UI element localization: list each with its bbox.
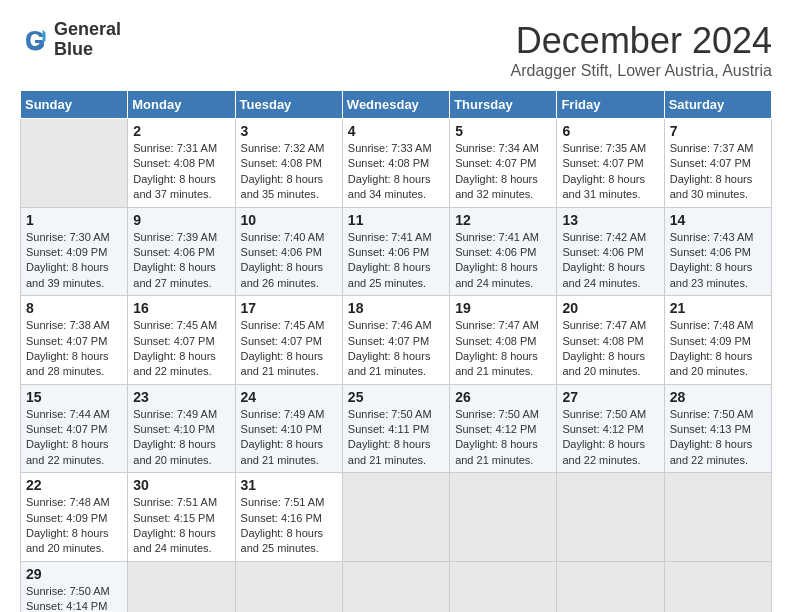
day-number: 4 <box>348 123 444 139</box>
calendar-cell: 25Sunrise: 7:50 AMSunset: 4:11 PMDayligh… <box>342 384 449 473</box>
day-info: Sunrise: 7:50 AMSunset: 4:12 PMDaylight:… <box>455 407 551 469</box>
calendar-cell <box>342 561 449 612</box>
calendar-cell: 1Sunrise: 7:30 AMSunset: 4:09 PMDaylight… <box>21 207 128 296</box>
calendar-cell: 8Sunrise: 7:38 AMSunset: 4:07 PMDaylight… <box>21 296 128 385</box>
day-info: Sunrise: 7:51 AMSunset: 4:15 PMDaylight:… <box>133 495 229 557</box>
day-info: Sunrise: 7:37 AMSunset: 4:07 PMDaylight:… <box>670 141 766 203</box>
page-header: General Blue December 2024 Ardagger Stif… <box>20 20 772 80</box>
day-info: Sunrise: 7:51 AMSunset: 4:16 PMDaylight:… <box>241 495 337 557</box>
day-info: Sunrise: 7:50 AMSunset: 4:12 PMDaylight:… <box>562 407 658 469</box>
day-info: Sunrise: 7:43 AMSunset: 4:06 PMDaylight:… <box>670 230 766 292</box>
day-number: 14 <box>670 212 766 228</box>
day-number: 13 <box>562 212 658 228</box>
day-number: 26 <box>455 389 551 405</box>
calendar-cell <box>128 561 235 612</box>
month-title: December 2024 <box>511 20 772 62</box>
calendar-cell: 6Sunrise: 7:35 AMSunset: 4:07 PMDaylight… <box>557 119 664 208</box>
day-number: 22 <box>26 477 122 493</box>
calendar-cell: 29Sunrise: 7:50 AMSunset: 4:14 PMDayligh… <box>21 561 128 612</box>
logo: General Blue <box>20 20 121 60</box>
weekday-header: Monday <box>128 91 235 119</box>
day-info: Sunrise: 7:46 AMSunset: 4:07 PMDaylight:… <box>348 318 444 380</box>
logo-line1: General <box>54 20 121 40</box>
weekday-header: Saturday <box>664 91 771 119</box>
day-info: Sunrise: 7:31 AMSunset: 4:08 PMDaylight:… <box>133 141 229 203</box>
day-info: Sunrise: 7:39 AMSunset: 4:06 PMDaylight:… <box>133 230 229 292</box>
day-number: 3 <box>241 123 337 139</box>
day-info: Sunrise: 7:44 AMSunset: 4:07 PMDaylight:… <box>26 407 122 469</box>
day-info: Sunrise: 7:32 AMSunset: 4:08 PMDaylight:… <box>241 141 337 203</box>
calendar-cell: 23Sunrise: 7:49 AMSunset: 4:10 PMDayligh… <box>128 384 235 473</box>
day-number: 15 <box>26 389 122 405</box>
day-info: Sunrise: 7:48 AMSunset: 4:09 PMDaylight:… <box>26 495 122 557</box>
calendar-week-row: 8Sunrise: 7:38 AMSunset: 4:07 PMDaylight… <box>21 296 772 385</box>
day-info: Sunrise: 7:45 AMSunset: 4:07 PMDaylight:… <box>133 318 229 380</box>
calendar-cell: 5Sunrise: 7:34 AMSunset: 4:07 PMDaylight… <box>450 119 557 208</box>
day-number: 30 <box>133 477 229 493</box>
calendar-week-row: 22Sunrise: 7:48 AMSunset: 4:09 PMDayligh… <box>21 473 772 562</box>
day-number: 25 <box>348 389 444 405</box>
calendar-cell: 10Sunrise: 7:40 AMSunset: 4:06 PMDayligh… <box>235 207 342 296</box>
day-info: Sunrise: 7:40 AMSunset: 4:06 PMDaylight:… <box>241 230 337 292</box>
calendar-cell: 14Sunrise: 7:43 AMSunset: 4:06 PMDayligh… <box>664 207 771 296</box>
day-info: Sunrise: 7:41 AMSunset: 4:06 PMDaylight:… <box>455 230 551 292</box>
calendar-week-row: 29Sunrise: 7:50 AMSunset: 4:14 PMDayligh… <box>21 561 772 612</box>
day-number: 8 <box>26 300 122 316</box>
calendar-cell <box>557 473 664 562</box>
calendar-header-row: SundayMondayTuesdayWednesdayThursdayFrid… <box>21 91 772 119</box>
weekday-header: Thursday <box>450 91 557 119</box>
calendar-cell: 21Sunrise: 7:48 AMSunset: 4:09 PMDayligh… <box>664 296 771 385</box>
calendar-cell: 18Sunrise: 7:46 AMSunset: 4:07 PMDayligh… <box>342 296 449 385</box>
day-info: Sunrise: 7:50 AMSunset: 4:13 PMDaylight:… <box>670 407 766 469</box>
calendar-cell <box>450 473 557 562</box>
logo-line2: Blue <box>54 40 121 60</box>
day-number: 11 <box>348 212 444 228</box>
day-info: Sunrise: 7:30 AMSunset: 4:09 PMDaylight:… <box>26 230 122 292</box>
calendar-cell: 24Sunrise: 7:49 AMSunset: 4:10 PMDayligh… <box>235 384 342 473</box>
calendar-cell <box>342 473 449 562</box>
calendar-cell: 22Sunrise: 7:48 AMSunset: 4:09 PMDayligh… <box>21 473 128 562</box>
day-number: 27 <box>562 389 658 405</box>
calendar-cell: 3Sunrise: 7:32 AMSunset: 4:08 PMDaylight… <box>235 119 342 208</box>
day-number: 18 <box>348 300 444 316</box>
day-info: Sunrise: 7:47 AMSunset: 4:08 PMDaylight:… <box>562 318 658 380</box>
day-info: Sunrise: 7:35 AMSunset: 4:07 PMDaylight:… <box>562 141 658 203</box>
calendar-cell: 31Sunrise: 7:51 AMSunset: 4:16 PMDayligh… <box>235 473 342 562</box>
weekday-header: Tuesday <box>235 91 342 119</box>
day-info: Sunrise: 7:47 AMSunset: 4:08 PMDaylight:… <box>455 318 551 380</box>
calendar-cell: 27Sunrise: 7:50 AMSunset: 4:12 PMDayligh… <box>557 384 664 473</box>
calendar-cell <box>21 119 128 208</box>
calendar-cell: 7Sunrise: 7:37 AMSunset: 4:07 PMDaylight… <box>664 119 771 208</box>
day-number: 24 <box>241 389 337 405</box>
day-info: Sunrise: 7:49 AMSunset: 4:10 PMDaylight:… <box>241 407 337 469</box>
calendar-cell <box>450 561 557 612</box>
day-number: 17 <box>241 300 337 316</box>
calendar-cell <box>664 473 771 562</box>
day-number: 7 <box>670 123 766 139</box>
weekday-header: Wednesday <box>342 91 449 119</box>
day-number: 6 <box>562 123 658 139</box>
calendar-cell <box>235 561 342 612</box>
day-number: 1 <box>26 212 122 228</box>
day-number: 31 <box>241 477 337 493</box>
day-number: 16 <box>133 300 229 316</box>
day-number: 29 <box>26 566 122 582</box>
day-info: Sunrise: 7:49 AMSunset: 4:10 PMDaylight:… <box>133 407 229 469</box>
calendar-cell: 9Sunrise: 7:39 AMSunset: 4:06 PMDaylight… <box>128 207 235 296</box>
calendar-week-row: 15Sunrise: 7:44 AMSunset: 4:07 PMDayligh… <box>21 384 772 473</box>
calendar-cell: 17Sunrise: 7:45 AMSunset: 4:07 PMDayligh… <box>235 296 342 385</box>
weekday-header: Friday <box>557 91 664 119</box>
day-number: 10 <box>241 212 337 228</box>
day-info: Sunrise: 7:33 AMSunset: 4:08 PMDaylight:… <box>348 141 444 203</box>
day-info: Sunrise: 7:34 AMSunset: 4:07 PMDaylight:… <box>455 141 551 203</box>
calendar-table: SundayMondayTuesdayWednesdayThursdayFrid… <box>20 90 772 612</box>
day-number: 21 <box>670 300 766 316</box>
day-number: 2 <box>133 123 229 139</box>
calendar-cell: 30Sunrise: 7:51 AMSunset: 4:15 PMDayligh… <box>128 473 235 562</box>
calendar-cell: 16Sunrise: 7:45 AMSunset: 4:07 PMDayligh… <box>128 296 235 385</box>
calendar-cell: 20Sunrise: 7:47 AMSunset: 4:08 PMDayligh… <box>557 296 664 385</box>
calendar-cell: 28Sunrise: 7:50 AMSunset: 4:13 PMDayligh… <box>664 384 771 473</box>
calendar-cell: 4Sunrise: 7:33 AMSunset: 4:08 PMDaylight… <box>342 119 449 208</box>
day-number: 20 <box>562 300 658 316</box>
day-number: 12 <box>455 212 551 228</box>
